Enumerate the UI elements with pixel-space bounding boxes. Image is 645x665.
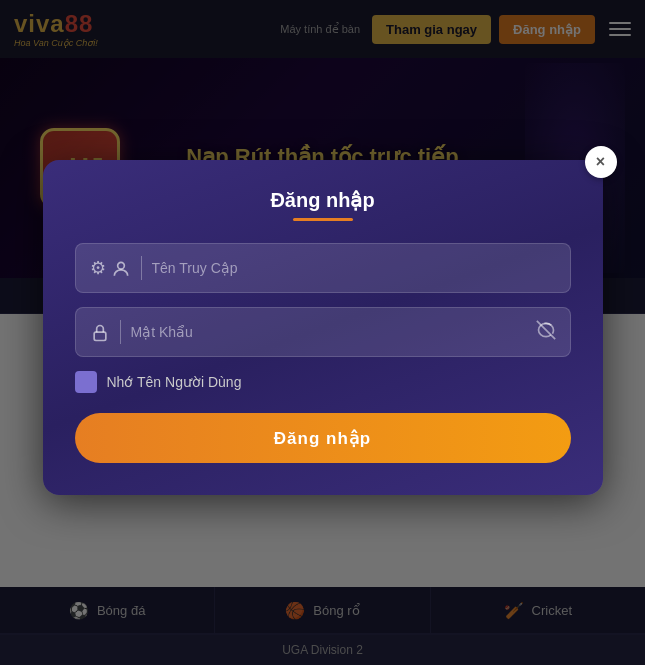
svg-point-0: [117, 262, 124, 269]
password-input-group: [75, 307, 571, 357]
remember-label: Nhớ Tên Người Dùng: [107, 374, 242, 390]
modal-close-button[interactable]: ×: [585, 146, 617, 178]
svg-rect-1: [94, 332, 106, 340]
password-input[interactable]: [131, 324, 536, 340]
remember-checkbox[interactable]: [75, 371, 97, 393]
modal-title: Đăng nhập: [75, 188, 571, 212]
user-icon: ⚙: [90, 257, 131, 279]
input-divider-username: [141, 256, 142, 280]
lock-icon: [90, 321, 110, 342]
input-divider-password: [120, 320, 121, 344]
toggle-password-icon[interactable]: [536, 320, 556, 345]
remember-row: Nhớ Tên Người Dùng: [75, 371, 571, 393]
modal-title-underline: [293, 218, 353, 221]
login-modal-button[interactable]: Đăng nhập: [75, 413, 571, 463]
username-input[interactable]: [152, 260, 556, 276]
modal-overlay: × Đăng nhập ⚙: [0, 0, 645, 665]
username-input-group: ⚙: [75, 243, 571, 293]
login-modal: × Đăng nhập ⚙: [43, 160, 603, 495]
